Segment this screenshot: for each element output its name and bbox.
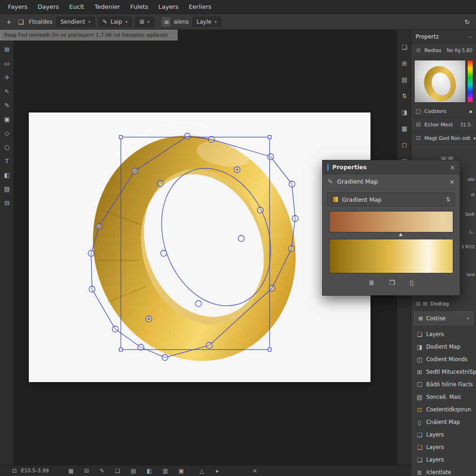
- panel-layers-icon[interactable]: ❏: [397, 39, 411, 55]
- sort-icon[interactable]: ⇅: [441, 196, 450, 203]
- properties-panel-header[interactable]: Propertz –: [411, 30, 476, 44]
- tool-type-icon[interactable]: T: [0, 154, 14, 168]
- list-item[interactable]: ❏ Layers: [411, 429, 476, 441]
- list-item[interactable]: ⊡ Coetentidkqorun: [411, 403, 476, 416]
- tool-stamp-icon[interactable]: ▣: [0, 112, 14, 126]
- chevron-down-icon[interactable]: ▾: [473, 136, 476, 141]
- swatch-icon[interactable]: ▪: [469, 109, 472, 114]
- list-item-label: Layers: [426, 431, 444, 438]
- layer-select[interactable]: Layle ▾: [192, 17, 221, 27]
- map-label: Magt God Ron odt: [424, 135, 470, 141]
- gradient-stop-marker[interactable]: [399, 233, 403, 236]
- menu-item[interactable]: Tedenier: [89, 0, 125, 14]
- map-row[interactable]: ⊡ Magt God Ron odt ▾: [411, 132, 476, 145]
- panel-pattern-icon[interactable]: ▦: [397, 120, 411, 137]
- panel-title: Propertz: [416, 33, 439, 40]
- gradient-map-header-row[interactable]: ✎ Gradient Map ×: [323, 174, 460, 189]
- list-item[interactable]: ◫ Codient Mionds: [411, 353, 476, 366]
- minimize-icon[interactable]: –: [469, 33, 472, 40]
- layers-icon[interactable]: ❏: [115, 468, 120, 474]
- panel-rows-icon[interactable]: ▤: [397, 72, 411, 88]
- menu-item[interactable]: Euclt: [64, 0, 89, 14]
- tool-shape-icon[interactable]: ◇: [0, 126, 14, 140]
- tool-move-icon[interactable]: ↖: [0, 85, 14, 99]
- tool-ellipse-icon[interactable]: ○: [0, 140, 14, 154]
- tool-pattern-icon[interactable]: ▤: [0, 182, 14, 196]
- occluded-label-fragment: L..: [469, 230, 475, 234]
- properties-floating-panel[interactable]: ▴ ▾ Properties × ✎ Gradient Map × Gradie…: [322, 160, 460, 296]
- menu-item[interactable]: Dayers: [33, 0, 64, 14]
- gradient-select[interactable]: Sendient ▾: [56, 17, 95, 27]
- scroll-down-icon[interactable]: ▾: [447, 156, 454, 160]
- list-item[interactable]: ▯ Cnáient Map: [411, 416, 476, 429]
- list-item-label: Sedtl MitucextniSpede: [426, 369, 476, 375]
- close-icon[interactable]: ×: [449, 178, 455, 185]
- grid-icon[interactable]: ▦: [68, 468, 73, 474]
- page-icon: ▯: [416, 419, 423, 426]
- list-item[interactable]: ≣ Iclentlate: [411, 466, 476, 476]
- tool-cross-icon[interactable]: ✛: [0, 71, 14, 85]
- color-mest-row[interactable]: ⊟ Echor Mest 31.5-: [411, 118, 476, 132]
- list-item[interactable]: ❏ Layers: [411, 328, 476, 341]
- colors-label: Codslors: [424, 108, 446, 114]
- grid-select[interactable]: ⊞ ▾: [135, 17, 154, 27]
- filled-square-icon[interactable]: ▣: [178, 468, 184, 474]
- rows-icon[interactable]: ▤: [131, 468, 136, 474]
- menu-item[interactable]: Eerliers: [184, 0, 217, 14]
- checkbox-icon[interactable]: ⊟: [423, 301, 427, 307]
- panel-gradient-icon[interactable]: ◨: [397, 104, 411, 120]
- list-item[interactable]: ❏ Layers: [411, 441, 476, 454]
- chevron-down-icon: ▾: [88, 20, 91, 24]
- list-item[interactable]: ▤ Sonceë. Maic: [411, 391, 476, 403]
- list-item[interactable]: ⊞ Sedtl MitucextniSpede: [411, 366, 476, 378]
- dock-label: Dodtag: [430, 301, 449, 307]
- menu-item[interactable]: Fulets: [125, 0, 153, 14]
- layers-pair-icon[interactable]: ❏: [17, 18, 25, 26]
- occluded-label-fragment: st: [471, 192, 475, 197]
- colors-row[interactable]: □ Codslors ▪: [411, 105, 476, 118]
- tool-crop-icon[interactable]: ⊟: [0, 196, 14, 210]
- panel-swap-icon[interactable]: ⇅: [397, 88, 411, 104]
- tool-mask-icon[interactable]: ◧: [0, 168, 14, 182]
- plus-icon[interactable]: +: [5, 18, 13, 26]
- align-toggle[interactable]: ≡: [162, 17, 170, 26]
- panel-square-icon[interactable]: ◻: [397, 137, 411, 153]
- panel-grid-icon[interactable]: ⊞: [397, 55, 411, 72]
- color-spectrum-strip[interactable]: [467, 60, 473, 103]
- half-square-icon[interactable]: ◧: [147, 468, 152, 474]
- tool-mode-select[interactable]: ✎ Laip ▾: [99, 17, 132, 27]
- occluded-label-fragment: 3 9/12: [461, 245, 475, 249]
- warning-icon[interactable]: △: [200, 468, 204, 474]
- copper-gradient-bar[interactable]: [329, 211, 453, 232]
- tool-grid-icon[interactable]: ⊞: [0, 43, 14, 57]
- close-icon[interactable]: ×: [252, 467, 258, 474]
- scroll-up-icon[interactable]: ▴: [440, 156, 447, 160]
- list-item[interactable]: ❏ Layers: [411, 454, 476, 466]
- radius-label: Redias: [424, 47, 441, 53]
- menu-item[interactable]: Fayers: [3, 0, 33, 14]
- dock-options-row[interactable]: ⊡ ⊟ Dodtag: [411, 298, 476, 310]
- ring-thumbnail[interactable]: [414, 60, 466, 103]
- gold-gradient-bar[interactable]: [329, 239, 453, 273]
- copy-icon[interactable]: ❐: [389, 279, 395, 286]
- list-item[interactable]: ◨ Dodient Map: [411, 341, 476, 353]
- refresh-icon[interactable]: ↻: [463, 18, 471, 26]
- tool-marquee-icon[interactable]: ▭: [0, 57, 14, 71]
- layer-list-header[interactable]: ⊞ Costise ▾: [414, 311, 473, 325]
- checkbox-icon[interactable]: ⊡: [416, 301, 420, 307]
- new-page-icon[interactable]: ▯: [410, 279, 414, 286]
- menu-item[interactable]: Layers: [153, 0, 184, 14]
- gradient-map-dropdown[interactable]: Gradient Map ⇅: [327, 192, 455, 206]
- radius-row[interactable]: ⊙ Redias Ne fig 5.80: [411, 44, 476, 57]
- tool-pen-icon[interactable]: ✎: [0, 99, 14, 112]
- columns-icon[interactable]: ▥: [163, 468, 168, 474]
- minus-box-icon[interactable]: ⊟: [84, 468, 89, 474]
- tool-hint-text: Paag Fod lortladib Dn se pierlagent 1,7.…: [0, 30, 178, 40]
- list-icon[interactable]: ≣: [369, 279, 374, 286]
- artboard[interactable]: [29, 112, 370, 382]
- flag-icon[interactable]: ▸: [216, 468, 219, 474]
- floating-panel-titlebar[interactable]: Properties ×: [323, 160, 460, 174]
- close-icon[interactable]: ×: [450, 164, 455, 171]
- list-item[interactable]: ☐ Bädö hilirie Fiacls: [411, 378, 476, 391]
- pen-icon[interactable]: ✎: [99, 468, 104, 474]
